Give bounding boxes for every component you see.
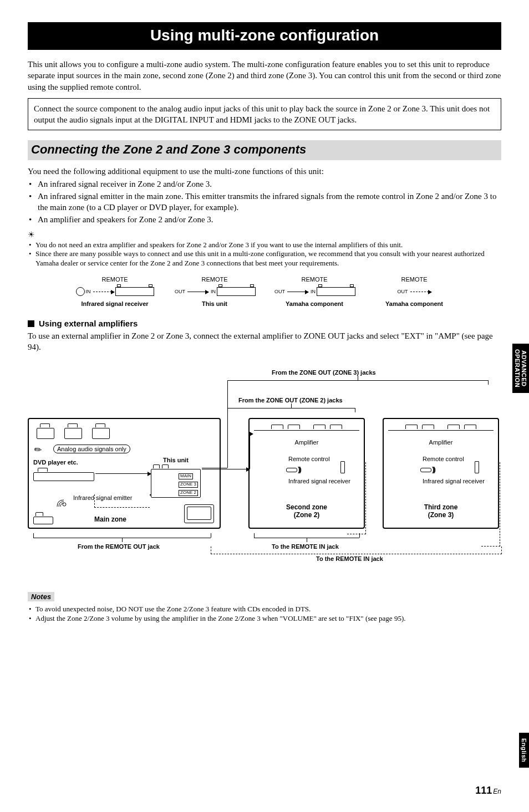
intro-paragraph: This unit allows you to configure a mult… xyxy=(28,59,501,93)
remote-chain-diagram: REMOTE IN REMOTE OUT IN REMOTE OUT xyxy=(65,276,464,308)
diagram-caption: Yamaha component xyxy=(364,300,464,308)
label-zone3-jacks: From the ZONE OUT (ZONE 3) jacks xyxy=(272,369,376,376)
to-remote-in-label-z3: To the REMOTE IN jack xyxy=(316,555,383,562)
list-item: Since there are many possible ways to co… xyxy=(28,249,501,268)
page-number: 111En xyxy=(475,785,501,796)
subsection-text: To use an external amplifier in Zone 2 o… xyxy=(28,330,501,353)
subsection-heading: Using external amplifiers xyxy=(28,319,501,328)
list-item: An infrared signal emitter in the main z… xyxy=(28,191,501,213)
ir-receiver-label-z3: Infrared signal receiver xyxy=(423,478,485,485)
out-label: OUT xyxy=(274,289,285,294)
speaker-icon xyxy=(64,423,82,439)
side-tab-english: English xyxy=(519,733,529,768)
arrow-dashed-icon xyxy=(93,292,114,292)
side-tab-advanced: ADVANCED OPERATION xyxy=(512,344,529,393)
boxed-note: Connect the source component to the anal… xyxy=(28,98,501,131)
amplifier-zone3-icon: Amplifier xyxy=(388,423,494,442)
notes-list: To avoid unexpected noise, DO NOT use th… xyxy=(28,605,501,624)
label-zone2-jacks: From the ZONE OUT (ZONE 2) jacks xyxy=(238,397,343,404)
arrow-solid-icon xyxy=(187,292,208,292)
main-tag: MAIN xyxy=(179,473,193,479)
arrow-dashed-icon xyxy=(410,292,431,292)
dvd-player-icon xyxy=(33,468,94,481)
list-item: Adjust the Zone 2/Zone 3 volume by using… xyxy=(28,614,501,624)
subsection-title: Using external amplifiers xyxy=(39,319,138,328)
list-item: To avoid unexpected noise, DO NOT use th… xyxy=(28,605,501,614)
equipment-intro: You need the following additional equipm… xyxy=(28,166,501,177)
in-label: IN xyxy=(86,289,91,294)
out-label: OUT xyxy=(175,289,185,294)
tip-icon: ☀ xyxy=(28,230,501,239)
remote-icon: )))) xyxy=(420,466,434,473)
ir-receiver-icon xyxy=(340,461,345,473)
remote-label-z2: Remote control xyxy=(288,456,330,462)
remote-label: REMOTE xyxy=(101,276,128,283)
arrow-solid-icon xyxy=(287,292,308,292)
unit-box-icon xyxy=(217,287,256,296)
in-label: IN xyxy=(311,289,316,294)
out-label: OUT xyxy=(398,289,408,294)
analog-audio-bubble: Analog audio signals only xyxy=(53,445,130,453)
diagram-caption: Yamaha component xyxy=(264,300,364,308)
square-bullet-icon xyxy=(28,320,34,327)
amplifier-label: Amplifier xyxy=(388,439,494,446)
list-item: You do not need an extra amplifier and s… xyxy=(28,241,501,250)
remote-label: REMOTE xyxy=(201,276,227,283)
from-remote-out-label: From the REMOTE OUT jack xyxy=(78,543,160,550)
speaker-icon xyxy=(37,423,54,439)
amplifier-zone2-icon: Amplifier xyxy=(254,423,359,442)
remote-label: REMOTE xyxy=(301,276,327,283)
multizone-diagram: From the ZONE OUT (ZONE 3) jacks From th… xyxy=(28,358,501,580)
remote-label-z3: Remote control xyxy=(423,456,464,462)
zone3-tag: ZONE 3 xyxy=(179,482,198,488)
section-heading: Connecting the Zone 2 and Zone 3 compone… xyxy=(28,140,501,160)
dvd-label: DVD player etc. xyxy=(33,459,78,466)
equipment-list: An infrared signal receiver in Zone 2 an… xyxy=(28,178,501,226)
unit-box-icon xyxy=(115,287,154,296)
this-unit-label: This unit xyxy=(163,457,189,463)
amplifier-label: Amplifier xyxy=(254,439,359,446)
notes-heading: Notes xyxy=(28,592,54,601)
svg-point-0 xyxy=(63,503,66,506)
list-item: An amplifier and speakers for Zone 2 and… xyxy=(28,214,501,225)
zone2-tag: ZONE 2 xyxy=(179,490,198,496)
remote-icon: )))) xyxy=(286,466,300,473)
page-title: Using multi-zone configuration xyxy=(28,22,501,50)
ir-receiver-icon xyxy=(475,461,479,473)
diagram-caption: This unit xyxy=(165,300,264,308)
ir-receiver-icon xyxy=(76,287,85,296)
ir-receiver-label-z2: Infrared signal receiver xyxy=(288,478,350,485)
ir-emitter-icon xyxy=(55,496,72,509)
in-label: IN xyxy=(211,289,216,294)
this-unit-icon: MAIN ZONE 3 ZONE 2 xyxy=(151,464,201,498)
source-component-icon xyxy=(33,512,53,524)
unit-box-icon xyxy=(317,287,355,296)
speaker-icon xyxy=(92,423,110,439)
main-zone-label: Main zone xyxy=(94,515,126,523)
diagram-caption: Infrared signal receiver xyxy=(65,300,165,308)
tip-list: You do not need an extra amplifier and s… xyxy=(28,241,501,269)
list-item: An infrared signal receiver in Zone 2 an… xyxy=(28,178,501,190)
remote-label: REMOTE xyxy=(401,276,427,283)
display-icon xyxy=(184,504,214,523)
